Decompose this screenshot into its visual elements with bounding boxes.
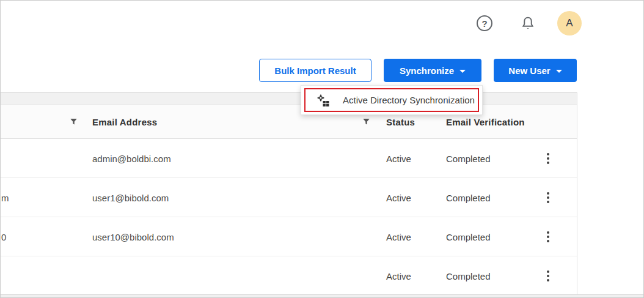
synchronize-label: Synchronize [400,65,454,76]
row-actions-kebab-icon[interactable] [542,269,554,283]
row-actions-kebab-icon[interactable] [542,191,554,204]
menu-item-label: Active Directory Synchronization [343,95,475,105]
table-body: admin@boldbi.com Active Completed m user… [1,139,577,294]
truncated-name-cell: 0 [1,231,6,242]
truncated-name-cell: m [1,192,9,203]
email-cell: user10@bibold.com [92,231,174,242]
chevron-down-icon [556,70,562,73]
table-row: 0 user10@bibold.com Active Completed [1,217,577,256]
table-header-row: Email Address Status Email Verification [1,105,577,139]
email-verification-cell: Completed [446,192,491,203]
column-header-status[interactable]: Status [386,116,415,127]
users-table: Email Address Status Email Verification … [1,92,577,294]
bulk-import-result-button[interactable]: Bulk Import Result [259,59,371,82]
menu-item-active-directory-synchronization[interactable]: Active Directory Synchronization [304,88,479,112]
status-cell: Active [386,231,411,242]
status-cell: Active [386,192,411,203]
bell-glyph [520,15,536,31]
table-top-band [1,92,577,105]
filter-icon[interactable] [69,117,78,126]
table-row: admin@boldbi.com Active Completed [1,139,577,178]
table-row: Active Completed [1,256,577,294]
email-cell: admin@boldbi.com [92,153,171,163]
new-user-label: New User [508,65,550,76]
row-actions-kebab-icon[interactable] [542,152,554,165]
notifications-bell-icon[interactable] [520,15,536,31]
filter-icon[interactable] [362,117,371,126]
status-cell: Active [386,270,411,281]
email-verification-cell: Completed [446,270,491,281]
column-header-email-verification[interactable]: Email Verification [446,116,525,127]
table-row: m user1@bibold.com Active Completed [1,178,577,217]
email-verification-cell: Completed [446,153,491,163]
email-verification-cell: Completed [446,231,491,242]
new-user-button[interactable]: New User [494,59,577,82]
user-avatar[interactable]: A [557,11,582,35]
help-icon[interactable]: ? [477,15,492,31]
horizontal-scrollbar[interactable] [1,294,644,298]
synchronize-button[interactable]: Synchronize [384,59,481,82]
status-cell: Active [386,153,411,163]
email-cell: user1@bibold.com [92,192,169,203]
synchronize-dropdown-menu: Active Directory Synchronization [301,85,483,115]
row-actions-kebab-icon[interactable] [542,230,554,244]
column-header-email[interactable]: Email Address [92,116,157,127]
chevron-down-icon [459,70,466,73]
bulk-import-result-label: Bulk Import Result [274,65,356,76]
active-directory-sync-icon [317,94,329,106]
user-management-screen: ? A Bulk Import Result Synchronize New U… [0,0,644,298]
